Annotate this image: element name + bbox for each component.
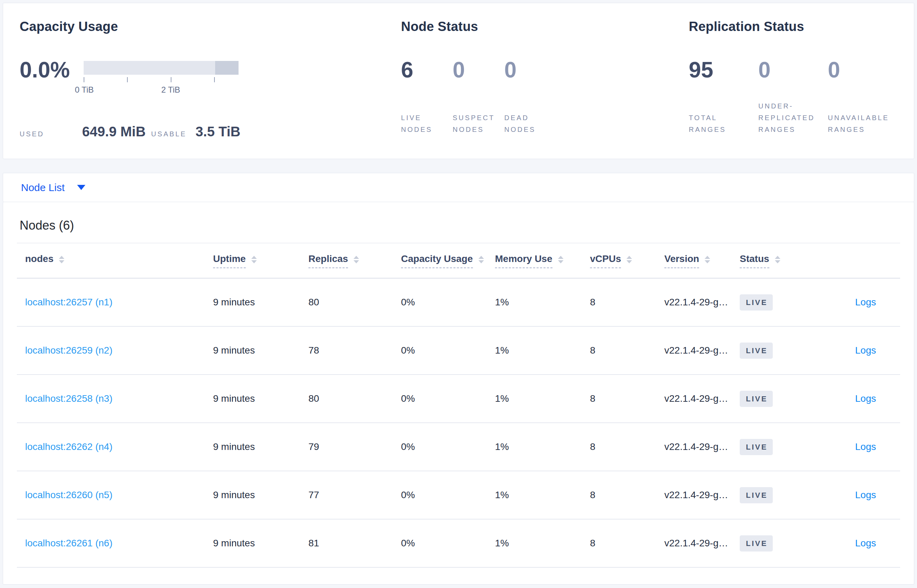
table-row: localhost:26261 (n6) 9 minutes 81 0% 1% … xyxy=(17,520,900,568)
node-link[interactable]: localhost:26257 (n1) xyxy=(25,297,113,307)
capacity-bar-chart: 0 TiB 2 TiB xyxy=(84,61,239,83)
capacity-usage-cell: 0% xyxy=(401,489,495,501)
node-list-dropdown-label: Node List xyxy=(21,182,65,194)
sort-icon[interactable] xyxy=(775,256,780,263)
version-cell: v22.1.4-29-g… xyxy=(664,489,740,501)
nodes-table-card: Nodes (6) nodes Uptime Replicas Capacity… xyxy=(3,202,914,585)
status-badge: LIVE xyxy=(740,294,773,310)
under-replicated-ranges-label: UNDER-REPLICATED RANGES xyxy=(758,100,822,135)
status-badge: LIVE xyxy=(740,487,773,503)
column-header-vcpus[interactable]: vCPUs xyxy=(590,254,664,268)
capacity-usage-cell: 0% xyxy=(401,297,495,308)
usable-label: USABLE xyxy=(151,130,187,138)
capacity-bar-tail xyxy=(215,61,239,75)
cluster-summary-card: Capacity Usage 0.0% 0 TiB 2 TiB USED 649… xyxy=(3,3,914,159)
version-cell: v22.1.4-29-g… xyxy=(664,538,740,549)
node-status-section: Node Status 6 LIVE NODES 0 SUSPECT NODES… xyxy=(401,18,689,139)
version-cell: v22.1.4-29-g… xyxy=(664,441,740,452)
memory-use-cell: 1% xyxy=(495,345,590,356)
table-row: localhost:26262 (n4) 9 minutes 79 0% 1% … xyxy=(17,423,900,471)
table-header-row: nodes Uptime Replicas Capacity Usage Mem… xyxy=(17,243,900,278)
vcpus-cell: 8 xyxy=(590,489,664,501)
node-link[interactable]: localhost:26260 (n5) xyxy=(25,489,113,500)
column-header-uptime[interactable]: Uptime xyxy=(213,254,308,268)
uptime-cell: 9 minutes xyxy=(213,489,308,501)
memory-use-cell: 1% xyxy=(495,393,590,404)
capacity-usage-cell: 0% xyxy=(401,345,495,356)
logs-link[interactable]: Logs xyxy=(855,441,876,452)
sort-icon[interactable] xyxy=(59,256,65,263)
logs-link[interactable]: Logs xyxy=(855,345,876,355)
axis-tick-label: 2 TiB xyxy=(161,85,180,95)
logs-link[interactable]: Logs xyxy=(855,538,876,548)
memory-use-cell: 1% xyxy=(495,441,590,452)
suspect-nodes-value: 0 xyxy=(453,59,504,81)
capacity-axis: 0 TiB 2 TiB xyxy=(84,75,239,83)
capacity-percent-value: 0.0% xyxy=(19,59,70,81)
uptime-cell: 9 minutes xyxy=(213,393,308,404)
sort-icon[interactable] xyxy=(478,256,484,263)
status-badge: LIVE xyxy=(740,535,773,551)
dead-nodes-value: 0 xyxy=(504,59,556,81)
unavailable-ranges-stat: 0 UNAVAILABLE RANGES xyxy=(828,59,898,135)
replicas-cell: 81 xyxy=(308,538,401,549)
status-badge: LIVE xyxy=(740,342,773,359)
column-header-status[interactable]: Status xyxy=(740,254,813,268)
node-link[interactable]: localhost:26262 (n4) xyxy=(25,441,113,452)
capacity-usage-cell: 0% xyxy=(401,393,495,404)
live-nodes-label: LIVE NODES xyxy=(401,112,444,135)
vcpus-cell: 8 xyxy=(590,393,664,404)
logs-link[interactable]: Logs xyxy=(855,393,876,404)
column-header-replicas[interactable]: Replicas xyxy=(308,254,401,268)
sort-icon[interactable] xyxy=(705,256,710,263)
node-link[interactable]: localhost:26261 (n6) xyxy=(25,538,113,548)
column-header-memory-use[interactable]: Memory Use xyxy=(495,254,590,268)
caret-down-icon xyxy=(77,185,86,190)
table-row: localhost:26259 (n2) 9 minutes 78 0% 1% … xyxy=(17,327,900,375)
total-ranges-label: TOTAL RANGES xyxy=(689,112,752,135)
status-badge: LIVE xyxy=(740,391,773,407)
vcpus-cell: 8 xyxy=(590,345,664,356)
total-ranges-stat: 95 TOTAL RANGES xyxy=(689,59,758,135)
under-replicated-ranges-stat: 0 UNDER-REPLICATED RANGES xyxy=(758,59,828,135)
version-cell: v22.1.4-29-g… xyxy=(664,345,740,356)
sort-icon[interactable] xyxy=(626,256,632,263)
unavailable-ranges-value: 0 xyxy=(828,59,898,81)
node-list-dropdown[interactable]: Node List xyxy=(21,182,86,194)
column-header-capacity-usage[interactable]: Capacity Usage xyxy=(401,254,495,268)
used-value: 649.9 MiB xyxy=(82,124,146,139)
dead-nodes-label: DEAD NODES xyxy=(504,112,547,135)
replicas-cell: 79 xyxy=(308,441,401,452)
axis-tick xyxy=(84,77,84,82)
node-link[interactable]: localhost:26258 (n3) xyxy=(25,393,113,404)
uptime-cell: 9 minutes xyxy=(213,441,308,452)
column-header-nodes[interactable]: nodes xyxy=(17,254,213,268)
memory-use-cell: 1% xyxy=(495,297,590,308)
node-status-title: Node Status xyxy=(401,18,689,35)
table-row: localhost:26257 (n1) 9 minutes 80 0% 1% … xyxy=(17,278,900,327)
unavailable-ranges-label: UNAVAILABLE RANGES xyxy=(828,112,891,135)
vcpus-cell: 8 xyxy=(590,538,664,549)
capacity-usage-section: Capacity Usage 0.0% 0 TiB 2 TiB USED 649… xyxy=(19,18,401,139)
suspect-nodes-label: SUSPECT NODES xyxy=(453,112,496,135)
sort-icon[interactable] xyxy=(354,256,359,263)
axis-tick xyxy=(171,77,171,82)
replicas-cell: 78 xyxy=(308,345,401,356)
memory-use-cell: 1% xyxy=(495,538,590,549)
table-row: localhost:26258 (n3) 9 minutes 80 0% 1% … xyxy=(17,375,900,423)
axis-tick xyxy=(214,77,215,82)
node-link[interactable]: localhost:26259 (n2) xyxy=(25,345,113,355)
sort-icon[interactable] xyxy=(558,256,563,263)
live-nodes-stat: 6 LIVE NODES xyxy=(401,59,453,135)
dead-nodes-stat: 0 DEAD NODES xyxy=(504,59,556,135)
logs-link[interactable]: Logs xyxy=(855,297,876,307)
column-header-version[interactable]: Version xyxy=(664,254,740,268)
capacity-usage-title: Capacity Usage xyxy=(19,18,401,35)
sort-icon[interactable] xyxy=(251,256,257,263)
usable-value: 3.5 TiB xyxy=(195,124,240,139)
logs-link[interactable]: Logs xyxy=(855,489,876,500)
capacity-usage-cell: 0% xyxy=(401,441,495,452)
vcpus-cell: 8 xyxy=(590,441,664,452)
version-cell: v22.1.4-29-g… xyxy=(664,393,740,404)
replicas-cell: 80 xyxy=(308,297,401,308)
